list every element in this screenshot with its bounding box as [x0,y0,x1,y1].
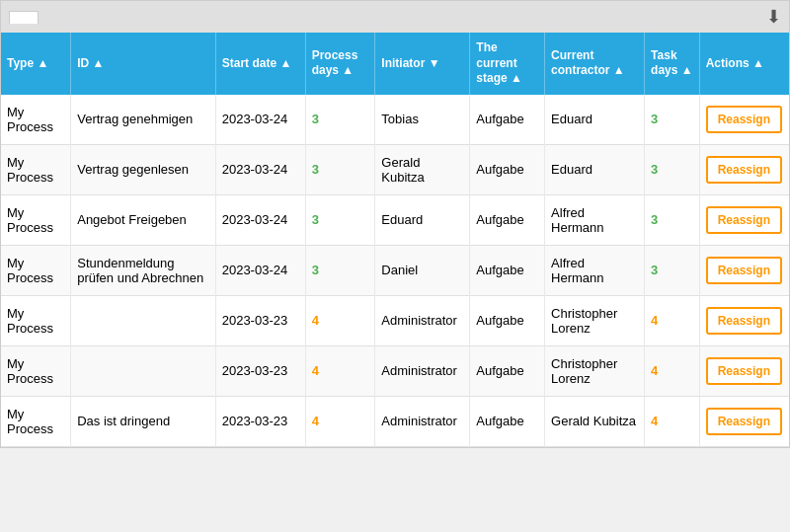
cell-current-stage: Aufgabe [470,194,545,245]
cell-id: Stundenmeldung prüfen und Abrechnen [71,245,215,295]
cell-type: My Process [1,144,71,194]
col-header-initiator[interactable]: Initiator ▼ [375,33,470,95]
table-row: My ProcessAngebot Freigeben2023-03-243Ed… [1,194,789,245]
cell-initiator: Gerald Kubitza [375,144,470,194]
cell-task-days: 4 [645,396,700,446]
cell-actions: Reassign [699,95,789,145]
cell-process-days: 3 [305,245,375,295]
cell-task-days: 3 [645,245,700,295]
col-header-current_stage[interactable]: The current stage ▲ [470,33,545,95]
cell-current-stage: Aufgabe [470,245,545,295]
cell-process-days: 4 [305,396,375,446]
download-icon[interactable]: ⬇ [766,6,781,28]
cell-start-date: 2023-03-23 [215,396,305,446]
cell-task-days: 4 [645,295,700,345]
cell-id: Das ist dringend [71,396,215,446]
cell-type: My Process [1,95,71,145]
cell-contractor: Eduard [545,95,645,145]
col-header-type[interactable]: Type ▲ [1,33,71,95]
table-row: My ProcessStundenmeldung prüfen und Abre… [1,245,789,295]
cell-current-stage: Aufgabe [470,95,545,145]
cell-contractor: Gerald Kubitza [545,396,645,446]
cell-task-days: 4 [645,345,700,396]
cell-process-days: 3 [305,194,375,245]
reassign-button[interactable]: Reassign [706,206,782,234]
cell-id [71,295,215,345]
cell-id: Vertrag gegenlesen [71,144,215,194]
cell-contractor: Alfred Hermann [545,194,645,245]
cell-process-days: 4 [305,295,375,345]
main-window: ⬇ Type ▲ID ▲Start date ▲Process days ▲In… [0,0,790,448]
col-header-task_days[interactable]: Task days ▲ [645,33,700,95]
col-header-contractor[interactable]: Current contractor ▲ [545,33,645,95]
reassign-button[interactable]: Reassign [706,408,782,435]
col-header-process_days[interactable]: Process days ▲ [305,33,375,95]
cell-contractor: Alfred Hermann [545,245,645,295]
cell-task-days: 3 [645,95,700,145]
table-row: My Process2023-03-234AdministratorAufgab… [1,295,789,345]
cell-current-stage: Aufgabe [470,345,545,396]
table-row: My Process2023-03-234AdministratorAufgab… [1,345,789,396]
process-table: Type ▲ID ▲Start date ▲Process days ▲Init… [1,33,789,447]
cell-initiator: Tobias [375,95,470,145]
cell-id: Vertrag genehmigen [71,95,215,145]
reassign-button[interactable]: Reassign [706,257,782,284]
cell-initiator: Administrator [375,396,470,446]
col-header-actions[interactable]: Actions ▲ [699,33,789,95]
cell-process-days: 4 [305,345,375,396]
table-row: My ProcessDas ist dringend2023-03-234Adm… [1,396,789,446]
cell-task-days: 3 [645,194,700,245]
cell-process-days: 3 [305,144,375,194]
cell-initiator: Administrator [375,295,470,345]
cell-start-date: 2023-03-24 [215,194,305,245]
cell-contractor: Christopher Lorenz [545,295,645,345]
table-row: My ProcessVertrag gegenlesen2023-03-243G… [1,144,789,194]
reassign-button[interactable]: Reassign [706,106,782,133]
col-header-start_date[interactable]: Start date ▲ [215,33,305,95]
cell-type: My Process [1,194,71,245]
cell-id [71,345,215,396]
cell-type: My Process [1,245,71,295]
cell-current-stage: Aufgabe [470,396,545,446]
table-body: My ProcessVertrag genehmigen2023-03-243T… [1,95,789,447]
cell-actions: Reassign [699,396,789,446]
cell-id: Angebot Freigeben [71,194,215,245]
cell-start-date: 2023-03-23 [215,345,305,396]
cell-type: My Process [1,345,71,396]
cell-actions: Reassign [699,194,789,245]
cell-start-date: 2023-03-24 [215,245,305,295]
cell-actions: Reassign [699,345,789,396]
cell-current-stage: Aufgabe [470,144,545,194]
cell-task-days: 3 [645,144,700,194]
cell-type: My Process [1,295,71,345]
title-bar: ⬇ [1,1,789,33]
cell-current-stage: Aufgabe [470,295,545,345]
reassign-button[interactable]: Reassign [706,357,782,385]
cell-initiator: Administrator [375,345,470,396]
table-header: Type ▲ID ▲Start date ▲Process days ▲Init… [1,33,789,95]
cell-contractor: Eduard [545,144,645,194]
table-tab[interactable] [9,11,39,24]
cell-actions: Reassign [699,245,789,295]
cell-contractor: Christopher Lorenz [545,345,645,396]
reassign-button[interactable]: Reassign [706,156,782,184]
col-header-id[interactable]: ID ▲ [71,33,215,95]
cell-initiator: Daniel [375,245,470,295]
table-row: My ProcessVertrag genehmigen2023-03-243T… [1,95,789,145]
cell-initiator: Eduard [375,194,470,245]
cell-type: My Process [1,396,71,446]
cell-actions: Reassign [699,144,789,194]
reassign-button[interactable]: Reassign [706,307,782,335]
cell-start-date: 2023-03-24 [215,95,305,145]
cell-start-date: 2023-03-24 [215,144,305,194]
cell-actions: Reassign [699,295,789,345]
cell-process-days: 3 [305,95,375,145]
cell-start-date: 2023-03-23 [215,295,305,345]
